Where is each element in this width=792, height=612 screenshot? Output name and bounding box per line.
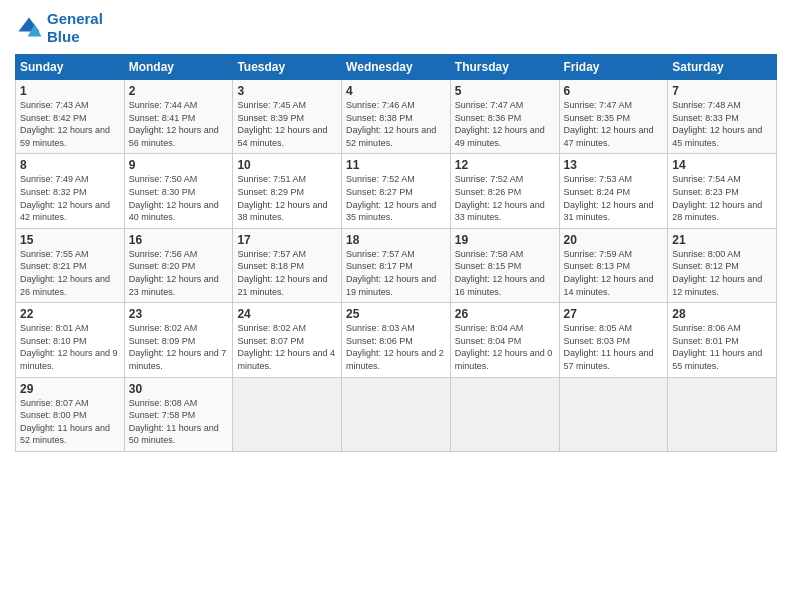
cell-info: Sunrise: 7:57 AMSunset: 8:17 PMDaylight:…	[346, 249, 436, 297]
cell-info: Sunrise: 7:43 AMSunset: 8:42 PMDaylight:…	[20, 100, 110, 148]
day-cell-7: 7Sunrise: 7:48 AMSunset: 8:33 PMDaylight…	[668, 80, 777, 154]
day-number: 23	[129, 307, 229, 321]
day-number: 25	[346, 307, 446, 321]
day-cell-29: 29Sunrise: 8:07 AMSunset: 8:00 PMDayligh…	[16, 377, 125, 451]
day-number: 19	[455, 233, 555, 247]
cell-info: Sunrise: 7:56 AMSunset: 8:20 PMDaylight:…	[129, 249, 219, 297]
cell-info: Sunrise: 7:49 AMSunset: 8:32 PMDaylight:…	[20, 174, 110, 222]
day-number: 7	[672, 84, 772, 98]
day-cell-22: 22Sunrise: 8:01 AMSunset: 8:10 PMDayligh…	[16, 303, 125, 377]
cell-info: Sunrise: 7:57 AMSunset: 8:18 PMDaylight:…	[237, 249, 327, 297]
day-cell-16: 16Sunrise: 7:56 AMSunset: 8:20 PMDayligh…	[124, 228, 233, 302]
day-cell-6: 6Sunrise: 7:47 AMSunset: 8:35 PMDaylight…	[559, 80, 668, 154]
day-number: 12	[455, 158, 555, 172]
day-cell-30: 30Sunrise: 8:08 AMSunset: 7:58 PMDayligh…	[124, 377, 233, 451]
day-number: 9	[129, 158, 229, 172]
col-header-sunday: Sunday	[16, 55, 125, 80]
day-cell-23: 23Sunrise: 8:02 AMSunset: 8:09 PMDayligh…	[124, 303, 233, 377]
day-cell-18: 18Sunrise: 7:57 AMSunset: 8:17 PMDayligh…	[342, 228, 451, 302]
day-number: 8	[20, 158, 120, 172]
day-cell-5: 5Sunrise: 7:47 AMSunset: 8:36 PMDaylight…	[450, 80, 559, 154]
col-header-wednesday: Wednesday	[342, 55, 451, 80]
logo: General Blue	[15, 10, 103, 46]
day-number: 15	[20, 233, 120, 247]
cell-info: Sunrise: 7:52 AMSunset: 8:27 PMDaylight:…	[346, 174, 436, 222]
cell-info: Sunrise: 7:47 AMSunset: 8:36 PMDaylight:…	[455, 100, 545, 148]
header-row: SundayMondayTuesdayWednesdayThursdayFrid…	[16, 55, 777, 80]
day-cell-8: 8Sunrise: 7:49 AMSunset: 8:32 PMDaylight…	[16, 154, 125, 228]
day-cell-12: 12Sunrise: 7:52 AMSunset: 8:26 PMDayligh…	[450, 154, 559, 228]
cell-info: Sunrise: 7:59 AMSunset: 8:13 PMDaylight:…	[564, 249, 654, 297]
day-cell-2: 2Sunrise: 7:44 AMSunset: 8:41 PMDaylight…	[124, 80, 233, 154]
col-header-tuesday: Tuesday	[233, 55, 342, 80]
day-number: 21	[672, 233, 772, 247]
header: General Blue	[15, 10, 777, 46]
day-cell-4: 4Sunrise: 7:46 AMSunset: 8:38 PMDaylight…	[342, 80, 451, 154]
day-number: 10	[237, 158, 337, 172]
cell-info: Sunrise: 8:08 AMSunset: 7:58 PMDaylight:…	[129, 398, 219, 446]
col-header-saturday: Saturday	[668, 55, 777, 80]
day-cell-26: 26Sunrise: 8:04 AMSunset: 8:04 PMDayligh…	[450, 303, 559, 377]
cell-info: Sunrise: 8:06 AMSunset: 8:01 PMDaylight:…	[672, 323, 762, 371]
cell-info: Sunrise: 7:47 AMSunset: 8:35 PMDaylight:…	[564, 100, 654, 148]
day-number: 26	[455, 307, 555, 321]
day-cell-19: 19Sunrise: 7:58 AMSunset: 8:15 PMDayligh…	[450, 228, 559, 302]
page-container: General Blue SundayMondayTuesdayWednesda…	[0, 0, 792, 462]
day-number: 1	[20, 84, 120, 98]
cell-info: Sunrise: 7:46 AMSunset: 8:38 PMDaylight:…	[346, 100, 436, 148]
day-number: 13	[564, 158, 664, 172]
day-cell-11: 11Sunrise: 7:52 AMSunset: 8:27 PMDayligh…	[342, 154, 451, 228]
day-cell-21: 21Sunrise: 8:00 AMSunset: 8:12 PMDayligh…	[668, 228, 777, 302]
day-cell-15: 15Sunrise: 7:55 AMSunset: 8:21 PMDayligh…	[16, 228, 125, 302]
week-row-4: 29Sunrise: 8:07 AMSunset: 8:00 PMDayligh…	[16, 377, 777, 451]
day-number: 20	[564, 233, 664, 247]
cell-info: Sunrise: 8:01 AMSunset: 8:10 PMDaylight:…	[20, 323, 118, 371]
week-row-1: 8Sunrise: 7:49 AMSunset: 8:32 PMDaylight…	[16, 154, 777, 228]
cell-info: Sunrise: 7:55 AMSunset: 8:21 PMDaylight:…	[20, 249, 110, 297]
cell-info: Sunrise: 7:45 AMSunset: 8:39 PMDaylight:…	[237, 100, 327, 148]
cell-info: Sunrise: 7:48 AMSunset: 8:33 PMDaylight:…	[672, 100, 762, 148]
day-number: 11	[346, 158, 446, 172]
day-number: 5	[455, 84, 555, 98]
col-header-monday: Monday	[124, 55, 233, 80]
cell-info: Sunrise: 7:51 AMSunset: 8:29 PMDaylight:…	[237, 174, 327, 222]
day-number: 29	[20, 382, 120, 396]
day-number: 4	[346, 84, 446, 98]
day-cell-3: 3Sunrise: 7:45 AMSunset: 8:39 PMDaylight…	[233, 80, 342, 154]
day-number: 14	[672, 158, 772, 172]
cell-info: Sunrise: 7:58 AMSunset: 8:15 PMDaylight:…	[455, 249, 545, 297]
col-header-thursday: Thursday	[450, 55, 559, 80]
day-number: 30	[129, 382, 229, 396]
day-number: 24	[237, 307, 337, 321]
empty-cell	[342, 377, 451, 451]
cell-info: Sunrise: 8:07 AMSunset: 8:00 PMDaylight:…	[20, 398, 110, 446]
empty-cell	[450, 377, 559, 451]
day-cell-20: 20Sunrise: 7:59 AMSunset: 8:13 PMDayligh…	[559, 228, 668, 302]
day-number: 3	[237, 84, 337, 98]
cell-info: Sunrise: 7:52 AMSunset: 8:26 PMDaylight:…	[455, 174, 545, 222]
week-row-2: 15Sunrise: 7:55 AMSunset: 8:21 PMDayligh…	[16, 228, 777, 302]
day-number: 28	[672, 307, 772, 321]
cell-info: Sunrise: 7:53 AMSunset: 8:24 PMDaylight:…	[564, 174, 654, 222]
day-number: 18	[346, 233, 446, 247]
calendar-table: SundayMondayTuesdayWednesdayThursdayFrid…	[15, 54, 777, 452]
day-number: 22	[20, 307, 120, 321]
day-cell-13: 13Sunrise: 7:53 AMSunset: 8:24 PMDayligh…	[559, 154, 668, 228]
day-cell-9: 9Sunrise: 7:50 AMSunset: 8:30 PMDaylight…	[124, 154, 233, 228]
day-cell-28: 28Sunrise: 8:06 AMSunset: 8:01 PMDayligh…	[668, 303, 777, 377]
day-cell-24: 24Sunrise: 8:02 AMSunset: 8:07 PMDayligh…	[233, 303, 342, 377]
empty-cell	[559, 377, 668, 451]
col-header-friday: Friday	[559, 55, 668, 80]
day-number: 2	[129, 84, 229, 98]
day-number: 6	[564, 84, 664, 98]
empty-cell	[668, 377, 777, 451]
day-cell-1: 1Sunrise: 7:43 AMSunset: 8:42 PMDaylight…	[16, 80, 125, 154]
week-row-0: 1Sunrise: 7:43 AMSunset: 8:42 PMDaylight…	[16, 80, 777, 154]
cell-info: Sunrise: 8:02 AMSunset: 8:07 PMDaylight:…	[237, 323, 335, 371]
day-cell-17: 17Sunrise: 7:57 AMSunset: 8:18 PMDayligh…	[233, 228, 342, 302]
cell-info: Sunrise: 8:00 AMSunset: 8:12 PMDaylight:…	[672, 249, 762, 297]
day-number: 27	[564, 307, 664, 321]
day-number: 17	[237, 233, 337, 247]
cell-info: Sunrise: 7:54 AMSunset: 8:23 PMDaylight:…	[672, 174, 762, 222]
cell-info: Sunrise: 8:02 AMSunset: 8:09 PMDaylight:…	[129, 323, 227, 371]
